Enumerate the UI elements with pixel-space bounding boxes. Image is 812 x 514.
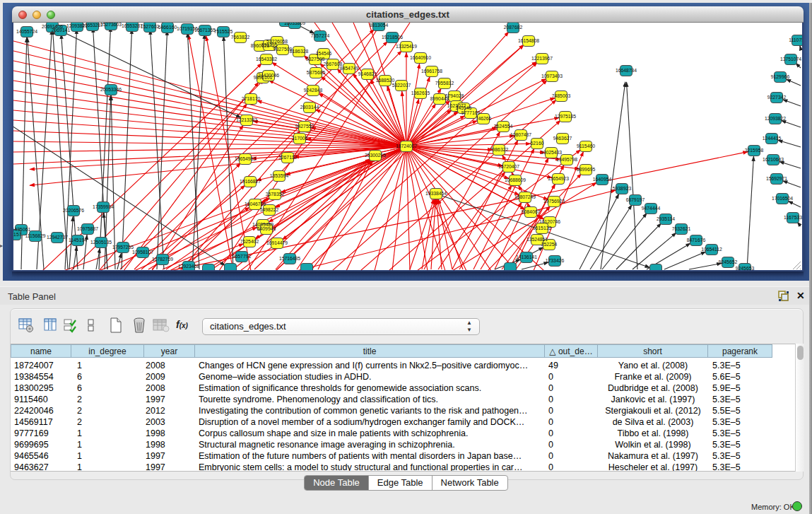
svg-text:20206576: 20206576 bbox=[63, 208, 84, 213]
svg-text:2069141: 2069141 bbox=[52, 28, 71, 33]
svg-text:11156829: 11156829 bbox=[25, 233, 45, 238]
svg-text:3215958: 3215958 bbox=[745, 148, 764, 153]
svg-text:12505135: 12505135 bbox=[90, 240, 112, 245]
svg-text:16046786: 16046786 bbox=[245, 201, 266, 206]
svg-text:16543382: 16543382 bbox=[256, 57, 277, 62]
svg-text:13495798: 13495798 bbox=[556, 157, 577, 162]
svg-text:1615132: 1615132 bbox=[533, 226, 552, 230]
svg-text:18724007: 18724007 bbox=[396, 144, 417, 148]
svg-text:252254: 252254 bbox=[541, 242, 558, 247]
svg-text:9129966: 9129966 bbox=[771, 74, 790, 79]
svg-text:7632621: 7632621 bbox=[672, 226, 691, 231]
svg-text:9474444: 9474444 bbox=[642, 206, 661, 211]
svg-text:7357274: 7357274 bbox=[311, 33, 330, 38]
svg-text:1733426: 1733426 bbox=[546, 258, 565, 263]
svg-text:12093822: 12093822 bbox=[765, 116, 786, 121]
svg-text:9115460: 9115460 bbox=[577, 144, 595, 148]
svg-text:5938923: 5938923 bbox=[613, 186, 632, 191]
svg-text:15716485: 15716485 bbox=[279, 256, 300, 261]
svg-text:6879197: 6879197 bbox=[626, 197, 645, 202]
svg-text:154546: 154546 bbox=[316, 51, 332, 56]
svg-text:8813054: 8813054 bbox=[370, 23, 389, 28]
svg-text:20053346: 20053346 bbox=[100, 87, 122, 92]
svg-text:15720407: 15720407 bbox=[498, 164, 519, 169]
svg-text:1167533: 1167533 bbox=[784, 215, 802, 220]
svg-text:1145194: 1145194 bbox=[69, 238, 87, 243]
svg-text:9242848: 9242848 bbox=[304, 88, 323, 93]
svg-text:7986322: 7986322 bbox=[490, 147, 509, 152]
svg-text:1640954: 1640954 bbox=[593, 177, 612, 182]
svg-text:12975185: 12975185 bbox=[555, 114, 576, 119]
svg-text:1353594: 1353594 bbox=[270, 173, 289, 178]
svg-text:9427552: 9427552 bbox=[295, 124, 314, 129]
svg-text:10688609: 10688609 bbox=[505, 177, 526, 182]
svg-text:18807249: 18807249 bbox=[514, 194, 536, 199]
svg-text:7955812: 7955812 bbox=[435, 81, 454, 86]
svg-text:13325419: 13325419 bbox=[396, 44, 417, 49]
svg-text:16210643: 16210643 bbox=[763, 157, 784, 162]
svg-text:25300295: 25300295 bbox=[365, 153, 386, 158]
svg-text:39157: 39157 bbox=[13, 232, 22, 237]
svg-text:8454749: 8454749 bbox=[340, 66, 359, 71]
svg-text:5409948: 5409948 bbox=[257, 226, 276, 231]
svg-text:13654923: 13654923 bbox=[548, 176, 569, 181]
svg-text:7625402: 7625402 bbox=[240, 239, 259, 244]
svg-text:19756923: 19756923 bbox=[543, 199, 565, 204]
svg-text:19218506: 19218506 bbox=[382, 35, 403, 40]
svg-text:746266: 746266 bbox=[476, 116, 492, 121]
svg-text:9657791: 9657791 bbox=[233, 254, 252, 259]
svg-text:6794028: 6794028 bbox=[445, 93, 464, 98]
svg-text:5498222: 5498222 bbox=[260, 207, 279, 212]
svg-text:245146: 245146 bbox=[456, 105, 472, 110]
svg-text:10975887: 10975887 bbox=[77, 226, 98, 231]
svg-text:13524851: 13524851 bbox=[526, 237, 548, 242]
svg-text:13751074: 13751074 bbox=[780, 57, 801, 62]
svg-text:12213383: 12213383 bbox=[236, 117, 257, 122]
svg-text:6466160: 6466160 bbox=[158, 25, 177, 30]
svg-text:16640910: 16640910 bbox=[410, 55, 431, 60]
svg-text:19654983: 19654983 bbox=[235, 156, 256, 161]
svg-text:14055724: 14055724 bbox=[16, 29, 37, 34]
svg-text:5875685: 5875685 bbox=[307, 70, 326, 75]
svg-text:16154808: 16154808 bbox=[518, 38, 539, 43]
svg-text:1244415: 1244415 bbox=[763, 136, 782, 141]
svg-text:1362615: 1362615 bbox=[411, 90, 430, 95]
svg-text:1588520: 1588520 bbox=[376, 78, 395, 83]
svg-text:17359934: 17359934 bbox=[93, 204, 114, 209]
svg-text:16671355: 16671355 bbox=[194, 28, 216, 33]
svg-text:9245652: 9245652 bbox=[719, 259, 738, 264]
svg-text:53226058: 53226058 bbox=[266, 39, 288, 44]
svg-text:3624554: 3624554 bbox=[494, 124, 513, 129]
svg-text:12923468: 12923468 bbox=[178, 264, 199, 269]
svg-text:10025433: 10025433 bbox=[541, 150, 562, 155]
svg-text:16648784: 16648784 bbox=[616, 68, 637, 73]
svg-text:1527602: 1527602 bbox=[141, 24, 160, 29]
svg-text:15273603: 15273603 bbox=[100, 23, 122, 27]
svg-text:10958107: 10958107 bbox=[132, 250, 153, 255]
svg-text:317006: 317006 bbox=[292, 136, 308, 141]
svg-text:7485003: 7485003 bbox=[552, 93, 571, 98]
svg-text:3267110: 3267110 bbox=[278, 155, 297, 160]
svg-text:10807487: 10807487 bbox=[510, 132, 531, 137]
svg-text:2803144: 2803144 bbox=[300, 105, 319, 110]
svg-text:14136141: 14136141 bbox=[516, 255, 537, 259]
svg-text:8471676: 8471676 bbox=[687, 238, 706, 243]
svg-text:62160: 62160 bbox=[531, 141, 544, 146]
svg-text:12213967: 12213967 bbox=[531, 56, 553, 61]
svg-text:9245653: 9245653 bbox=[736, 266, 755, 270]
svg-text:16033809: 16033809 bbox=[284, 23, 305, 25]
svg-text:16961758: 16961758 bbox=[421, 69, 442, 74]
svg-text:9084067: 9084067 bbox=[522, 209, 541, 214]
svg-text:5322037: 5322037 bbox=[392, 83, 411, 88]
svg-text:15692971: 15692971 bbox=[766, 176, 787, 181]
svg-text:19338454: 19338454 bbox=[425, 191, 447, 196]
svg-text:6899695: 6899695 bbox=[577, 167, 596, 172]
svg-text:2935114: 2935114 bbox=[657, 216, 675, 221]
svg-text:10973493: 10973493 bbox=[541, 74, 563, 78]
svg-text:9463627: 9463627 bbox=[553, 136, 572, 141]
svg-text:1435061: 1435061 bbox=[13, 227, 30, 232]
svg-text:9327508: 9327508 bbox=[306, 57, 325, 62]
svg-text:24420046: 24420046 bbox=[258, 73, 279, 78]
svg-text:10654112: 10654112 bbox=[701, 247, 722, 252]
svg-text:9777169: 9777169 bbox=[461, 110, 481, 115]
